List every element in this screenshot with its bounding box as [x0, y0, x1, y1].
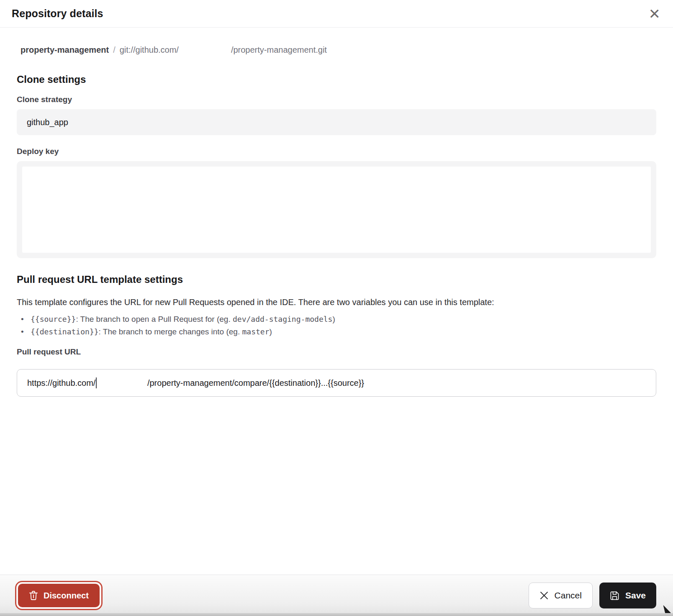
- modal-header: Repository details ✕: [0, 0, 673, 28]
- breadcrumb-remote-url-prefix: git://github.com/: [120, 45, 179, 55]
- bullet-suffix: ): [332, 315, 335, 323]
- clone-strategy-label: Clone strategy: [17, 95, 656, 104]
- breadcrumb-repo-name: property-management: [21, 45, 109, 55]
- pr-template-variable-list: {{source}}: The branch to open a Pull Re…: [17, 313, 656, 338]
- bullet-text: : The branch to open a Pull Request for …: [76, 315, 233, 323]
- disconnect-button[interactable]: Disconnect: [18, 584, 100, 607]
- save-button-label: Save: [625, 590, 646, 601]
- cancel-button[interactable]: Cancel: [529, 583, 593, 608]
- destination-example-code: master: [242, 327, 269, 336]
- breadcrumb: property-management / git://github.com/ …: [17, 45, 656, 55]
- pr-template-heading: Pull request URL template settings: [17, 273, 656, 286]
- deploy-key-textarea[interactable]: [22, 167, 651, 253]
- deploy-key-field-frame: [17, 161, 656, 258]
- source-variable-code: {{source}}: [31, 315, 76, 323]
- clone-strategy-value: github_app: [27, 118, 68, 127]
- redacted-org-name: [97, 383, 147, 383]
- list-item: {{source}}: The branch to open a Pull Re…: [17, 313, 656, 326]
- source-example-code: dev/add-staging-models: [233, 315, 332, 323]
- url-value-prefix: https://github.com/: [27, 378, 95, 388]
- disconnect-button-label: Disconnect: [44, 591, 89, 601]
- pull-request-url-label: Pull request URL: [17, 347, 656, 357]
- close-icon[interactable]: ✕: [648, 7, 662, 21]
- modal-footer: Disconnect Cancel Save: [0, 575, 673, 616]
- x-icon: [539, 591, 549, 600]
- redacted-org-name: [179, 52, 231, 53]
- destination-variable-code: {{destination}}: [31, 327, 99, 336]
- page-title: Repository details: [12, 8, 103, 20]
- mouse-cursor: [661, 605, 673, 616]
- modal-body: property-management / git://github.com/ …: [0, 45, 673, 397]
- url-value-suffix: /property-management/compare/{{destinati…: [147, 378, 364, 388]
- breadcrumb-remote-url-suffix: /property-management.git: [231, 45, 327, 55]
- floppy-disk-icon: [610, 591, 619, 601]
- footer-action-group: Cancel Save: [529, 583, 656, 608]
- pr-template-description: This template configures the URL for new…: [17, 297, 656, 308]
- pull-request-url-input[interactable]: https://github.com//property-management/…: [17, 369, 656, 397]
- bullet-suffix: ): [270, 327, 272, 336]
- list-item: {{destination}}: The branch to merge cha…: [17, 326, 656, 338]
- save-button[interactable]: Save: [599, 583, 656, 608]
- breadcrumb-separator: /: [113, 45, 116, 55]
- trash-icon: [29, 590, 38, 601]
- clone-settings-heading: Clone settings: [17, 73, 656, 86]
- cancel-button-label: Cancel: [555, 590, 582, 601]
- clone-strategy-field: github_app: [17, 109, 656, 135]
- deploy-key-label: Deploy key: [17, 147, 656, 156]
- bullet-text: : The branch to merge changes into (eg.: [99, 327, 242, 336]
